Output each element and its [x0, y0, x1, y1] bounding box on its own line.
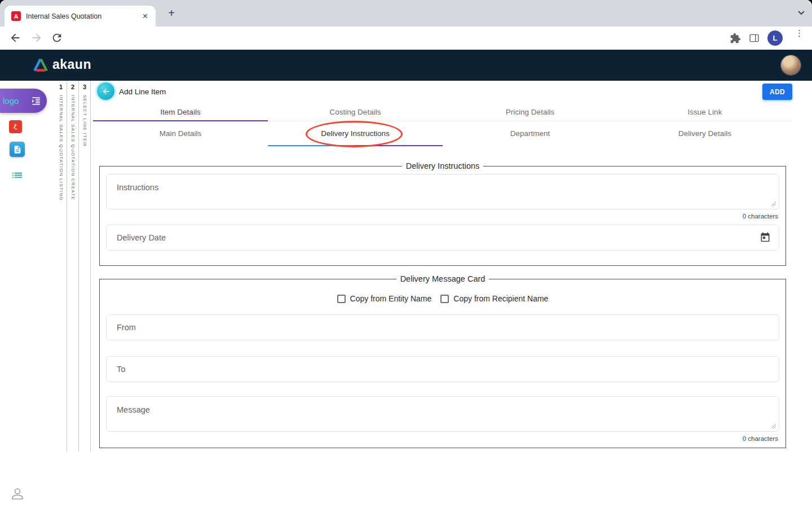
- back-arrow-icon: [102, 87, 111, 96]
- delivery-message-card: Delivery Message Card Copy from Entity N…: [99, 274, 786, 448]
- step-number: 1: [55, 81, 67, 90]
- copy-from-entity-checkbox[interactable]: [337, 295, 346, 303]
- instructions-textarea[interactable]: [106, 174, 779, 209]
- tab-item-details[interactable]: Item Details: [93, 103, 268, 121]
- message-char-count: 0 characters: [107, 435, 778, 442]
- back-button[interactable]: [97, 82, 114, 100]
- line-item-toolbar: Add Line Item ADD: [93, 81, 792, 103]
- add-button[interactable]: ADD: [762, 84, 792, 100]
- step-internal-sales-quotation-create[interactable]: 2 INTERNAL SALES QUOTATION CREATE: [67, 81, 79, 452]
- forward-icon[interactable]: [30, 32, 43, 44]
- tab-department[interactable]: Department: [443, 121, 617, 146]
- card-legend: Delivery Message Card: [396, 274, 489, 283]
- calendar-icon[interactable]: [760, 231, 771, 243]
- tabs-row-primary: Item Details Costing Details Pricing Det…: [93, 103, 792, 121]
- side-panel-icon[interactable]: [748, 32, 760, 44]
- step-label: SELECT LINE ITEM: [82, 95, 87, 147]
- delivery-instructions-card: Delivery Instructions 0 characters: [99, 161, 786, 266]
- wizard-steps: 1 INTERNAL SALES QUOTATION LISTING 2 INT…: [55, 81, 91, 452]
- page-title: Add Line Item: [119, 81, 166, 103]
- sidebar-toggle[interactable]: logo: [0, 89, 47, 113]
- step-internal-sales-quotation-listing[interactable]: 1 INTERNAL SALES QUOTATION LISTING: [55, 81, 67, 452]
- indent-menu-icon: [31, 96, 41, 106]
- left-rail: logo: [0, 81, 36, 508]
- main-content: Add Line Item ADD Item Details Costing D…: [93, 81, 792, 448]
- copy-from-recipient-checkbox[interactable]: [440, 295, 449, 303]
- browser-tabstrip: A Internal Sales Quotation × +: [0, 0, 812, 27]
- step-label: INTERNAL SALES QUOTATION CREATE: [70, 95, 76, 200]
- tab-close-icon[interactable]: ×: [140, 11, 150, 21]
- card-legend: Delivery Instructions: [402, 161, 484, 170]
- step-select-line-item[interactable]: 3 SELECT LINE ITEM: [79, 81, 91, 452]
- tabs-row-secondary: Main Details Delivery Instructions Depar…: [93, 121, 792, 146]
- tab-issue-link[interactable]: Issue Link: [617, 103, 792, 121]
- document-app-icon[interactable]: [10, 142, 25, 157]
- tab-delivery-details[interactable]: Delivery Details: [617, 121, 792, 146]
- tab-ink-purple: [355, 145, 443, 147]
- copy-from-entity-label: Copy from Entity Name: [350, 294, 432, 303]
- rail-logo-label: logo: [3, 96, 19, 106]
- copy-from-entity-option: Copy from Entity Name: [337, 294, 432, 303]
- delivery-date-input[interactable]: [106, 225, 779, 251]
- list-menu-icon[interactable]: [11, 169, 24, 182]
- tab-ink-blue: [268, 145, 355, 147]
- tab-favicon-icon: A: [11, 11, 21, 21]
- acrobat-app-icon[interactable]: [9, 120, 22, 133]
- copy-from-recipient-option: Copy from Recipient Name: [440, 294, 548, 303]
- copy-from-recipient-label: Copy from Recipient Name: [453, 294, 548, 303]
- user-avatar[interactable]: [781, 55, 801, 75]
- app-header: akaun: [0, 50, 812, 81]
- akaun-logo: akaun: [33, 57, 91, 72]
- akaun-triangle-icon: [33, 58, 48, 72]
- extensions-puzzle-icon[interactable]: [730, 33, 741, 44]
- brand-text: akaun: [52, 57, 91, 72]
- browser-toolbar: akaun.cloud/#/applet/tnt/wavelet/erp/int…: [0, 27, 812, 50]
- step-number: 2: [67, 81, 78, 90]
- reload-icon[interactable]: [51, 32, 63, 44]
- person-icon[interactable]: [11, 487, 24, 501]
- step-number: 3: [79, 81, 90, 90]
- tab-search-chevron-icon[interactable]: [797, 10, 805, 16]
- step-label: INTERNAL SALES QUOTATION LISTING: [59, 95, 64, 201]
- instructions-char-count: 0 characters: [107, 213, 778, 220]
- tab-costing-details[interactable]: Costing Details: [268, 103, 443, 121]
- to-input[interactable]: [106, 356, 779, 382]
- tab-delivery-instructions[interactable]: Delivery Instructions: [268, 121, 443, 146]
- screen: A Internal Sales Quotation × + akaun.clo…: [0, 0, 812, 508]
- browser-tab[interactable]: A Internal Sales Quotation ×: [5, 6, 156, 27]
- browser-menu-kebab-icon[interactable]: ⋮: [795, 31, 802, 36]
- copy-options-row: Copy from Entity Name Copy from Recipien…: [106, 294, 779, 303]
- new-tab-button[interactable]: +: [165, 7, 178, 20]
- message-textarea[interactable]: [106, 396, 779, 432]
- tab-title: Internal Sales Quotation: [26, 12, 140, 20]
- tab-main-details[interactable]: Main Details: [93, 121, 268, 146]
- from-input[interactable]: [106, 314, 779, 340]
- tab-pricing-details[interactable]: Pricing Details: [443, 103, 617, 121]
- back-icon[interactable]: [9, 32, 21, 44]
- browser-profile-avatar[interactable]: L: [767, 30, 783, 46]
